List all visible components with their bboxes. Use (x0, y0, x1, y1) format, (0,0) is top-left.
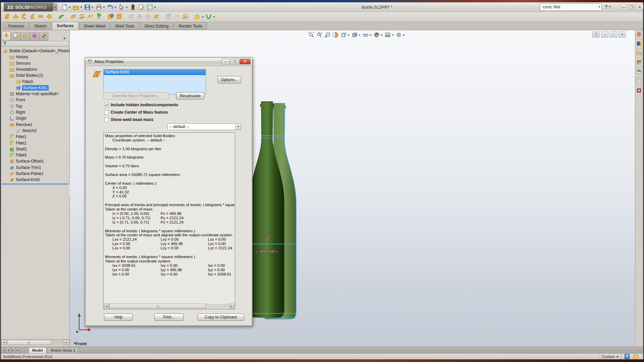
search-input[interactable]: conic fillet (543, 5, 597, 9)
featuremanager-tree-tab[interactable] (2, 32, 11, 41)
checkbox-show-weld-bead-mass[interactable]: Show weld bead mass (104, 117, 153, 122)
file-explorer-tab[interactable] (635, 49, 643, 58)
results-scroll-thumb[interactable] (109, 304, 206, 309)
save-dropdown-arrow[interactable] (92, 7, 94, 8)
tab-surfaces[interactable]: Surfaces (52, 22, 78, 30)
tree-item-origin[interactable]: Origin (9, 115, 26, 121)
print-button[interactable]: Print... (154, 313, 183, 321)
dialog-minimize-button[interactable]: — (221, 59, 230, 64)
tree-item-surface-knit1[interactable]: Surface-Knit1 (16, 85, 49, 91)
tree-item-material-not-specified[interactable]: Material <not specified> (9, 91, 58, 97)
select-dropdown-arrow[interactable] (126, 7, 128, 8)
status-help-icon[interactable]: ? (625, 354, 630, 359)
tree-item-fillet3[interactable]: Fillet3 (16, 79, 33, 85)
motion-study-tab[interactable]: Motion Study 1 (47, 347, 79, 353)
ruled-surface-button[interactable] (87, 13, 94, 21)
scroll-thumb[interactable] (7, 340, 51, 345)
undo-button[interactable] (106, 4, 117, 11)
custom-properties-tab[interactable] (635, 77, 643, 86)
delete-face-button[interactable] (107, 13, 114, 21)
dimxpertmanager-tab[interactable] (30, 32, 39, 41)
view-orientation-button[interactable] (340, 32, 350, 39)
recalculate-button[interactable]: Recalculate (176, 92, 204, 100)
freeform-button[interactable] (58, 13, 65, 21)
mass-properties-results[interactable]: Mass properties of selected Solid Bodies… (103, 132, 235, 309)
new-document-dropdown-arrow[interactable] (69, 7, 71, 8)
model-tab[interactable]: Model (29, 347, 47, 353)
swept-surface-button[interactable] (20, 13, 28, 21)
minimize-button[interactable]: — (620, 4, 627, 10)
file-properties-button[interactable] (138, 4, 145, 11)
close-button[interactable]: ✕ (636, 4, 643, 10)
propertymanager-tab[interactable] (11, 32, 20, 41)
open-dropdown-arrow[interactable] (80, 7, 82, 8)
section-view-button[interactable] (332, 32, 339, 39)
design-library-tab[interactable] (635, 40, 643, 49)
tree-item-surface-knit1[interactable]: Surface-Knit1 (9, 177, 40, 183)
report-coordinate-dropdown[interactable]: -- default -- (167, 123, 241, 130)
checkbox-create-center-of-mass-feature[interactable]: Create Center of Mass feature (104, 110, 168, 115)
dropdown-arrow-icon[interactable] (235, 124, 241, 130)
apply-scene-button[interactable] (384, 32, 394, 39)
bottle-model[interactable]: Ix Iy Iz (247, 99, 310, 330)
units-selector[interactable]: Custom (600, 354, 621, 359)
curves-button[interactable] (205, 13, 215, 21)
help-button[interactable]: Help (104, 313, 133, 321)
checkbox-box[interactable] (104, 103, 109, 107)
copy-to-clipboard-button[interactable]: Copy to Clipboard (198, 313, 244, 321)
tree-item-surface-plane1[interactable]: Surface-Plane1 (9, 171, 44, 177)
search-box[interactable]: conic fillet (540, 3, 602, 11)
revolved-surface-button[interactable] (12, 13, 19, 21)
checkbox-include-hidden-bodies-components[interactable]: Include hidden bodies/components (104, 103, 178, 107)
options-button[interactable] (146, 4, 157, 11)
zoom-to-fit-button[interactable] (308, 32, 315, 39)
print-dropdown-arrow[interactable] (103, 7, 105, 8)
tab-nav-prev-button[interactable] (6, 348, 11, 353)
appearances-scenes-tab[interactable] (635, 68, 643, 77)
search-dropdown-arrow[interactable] (598, 6, 600, 8)
tree-item-fillet3[interactable]: Fillet3 (9, 152, 26, 158)
open-button[interactable] (72, 4, 83, 11)
select-button[interactable] (118, 4, 128, 11)
edit-appearance-dropdown-arrow[interactable] (381, 35, 383, 36)
planar-surface-button[interactable] (70, 13, 77, 21)
tab-features[interactable]: Features (4, 22, 29, 30)
tree-item-fillet1[interactable]: Fillet1 (9, 134, 26, 140)
knit-surface-button[interactable] (153, 13, 160, 21)
hide-show-items-button[interactable] (362, 32, 372, 39)
intersect-button[interactable] (181, 13, 189, 21)
offset-surface-button[interactable] (78, 13, 86, 21)
restore-document-button[interactable]: ❐ (592, 32, 600, 38)
tree-item-revolve1[interactable]: Revolve1 (9, 122, 33, 128)
instant3d-dropdown-arrow[interactable] (202, 16, 204, 18)
new-document-button[interactable] (61, 4, 71, 11)
edit-appearance-button[interactable] (373, 32, 383, 39)
instant3d-button[interactable] (194, 13, 204, 21)
dialog-title-bar[interactable]: Mass Properties — ❐ ✕ (85, 58, 252, 66)
help-menu-button[interactable]: ? (605, 4, 611, 9)
tab-render-tools[interactable]: Render Tools (174, 22, 207, 30)
minimize-document-button[interactable]: — (601, 32, 608, 38)
boundary-surface-button[interactable] (37, 13, 45, 21)
tree-item-surface-offset1[interactable]: Surface-Offset1 (9, 158, 44, 164)
zoom-to-area-button[interactable] (316, 32, 323, 39)
tab-mold-tools[interactable]: Mold Tools (111, 22, 139, 30)
tree-item-sensors[interactable]: Sensors (9, 60, 31, 66)
panel-horizontal-scrollbar[interactable]: ◄ ► (1, 339, 69, 345)
solidworks-resources-tab[interactable] (635, 30, 643, 40)
tree-item-sketch2[interactable]: Sketch2 (16, 128, 37, 134)
maximize-document-button[interactable]: □ (610, 32, 617, 38)
display-style-button[interactable] (351, 32, 361, 39)
tree-item-solid-bodies-2[interactable]: Solid Bodies(2) (9, 72, 43, 78)
tab-sketch[interactable]: Sketch (30, 22, 51, 30)
view-settings-button[interactable] (395, 32, 406, 39)
selected-items-list[interactable]: Surface-Knit1 (103, 69, 206, 95)
panel-tabs-more-button[interactable]: » (63, 36, 66, 41)
close-document-button[interactable]: ✕ (619, 32, 626, 38)
results-scroll-left[interactable]: ◄ (104, 304, 109, 309)
view-palette-tab[interactable] (635, 58, 643, 68)
tree-item-history[interactable]: History (9, 54, 28, 60)
apply-scene-dropdown-arrow[interactable] (392, 35, 394, 36)
tree-item-top[interactable]: Top (9, 103, 22, 109)
configurationmanager-tab[interactable] (20, 32, 30, 41)
